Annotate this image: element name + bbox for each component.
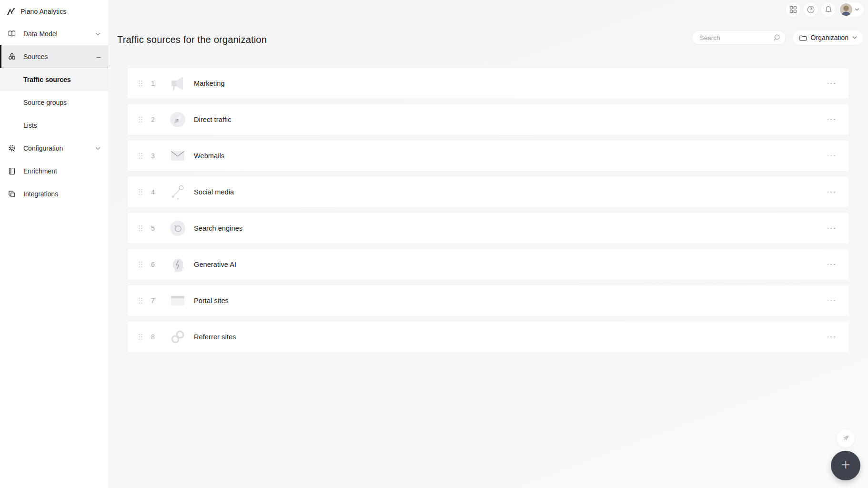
brand-name: Piano Analytics — [20, 8, 66, 15]
search-input[interactable] — [700, 34, 773, 41]
ai-head-icon — [168, 255, 187, 274]
sidebar-item-label: Data Model — [23, 30, 58, 38]
row-menu-button[interactable] — [827, 152, 836, 160]
header-controls: Organization — [692, 30, 863, 45]
scope-label: Organization — [811, 34, 848, 41]
add-button[interactable]: + — [831, 451, 860, 480]
sidebar-subitem-label: Source groups — [23, 99, 67, 106]
piano-analytics-logo-icon — [6, 6, 16, 17]
row-menu-button[interactable] — [827, 297, 836, 305]
help-icon — [807, 5, 815, 14]
drag-handle-icon[interactable] — [138, 224, 143, 232]
row-index: 4 — [149, 188, 157, 196]
drag-handle-icon[interactable] — [138, 333, 143, 341]
row-index: 1 — [149, 80, 157, 87]
table-row[interactable]: 5 Search engines — [128, 213, 848, 244]
rocket-button[interactable] — [837, 429, 855, 447]
source-label: Portal sites — [194, 297, 229, 305]
compass-icon — [168, 110, 187, 129]
chevron-down-icon — [95, 32, 101, 36]
drag-handle-icon[interactable] — [138, 152, 143, 160]
folder-icon — [799, 34, 807, 41]
sidebar-item-lists[interactable]: Lists — [0, 114, 108, 137]
sidebar-item-label: Sources — [23, 53, 48, 61]
table-row[interactable]: 8 Referrer sites — [128, 322, 848, 352]
share-nodes-icon — [168, 183, 187, 202]
scope-selector[interactable]: Organization — [793, 30, 863, 45]
drag-handle-icon[interactable] — [138, 80, 143, 87]
source-label: Marketing — [194, 80, 225, 87]
row-menu-button[interactable] — [827, 80, 836, 87]
row-menu-button[interactable] — [827, 225, 836, 232]
chevron-down-icon — [852, 36, 857, 39]
collapse-minus-icon[interactable]: – — [97, 52, 101, 61]
row-index: 5 — [149, 224, 157, 232]
browser-window-icon — [168, 291, 187, 310]
sidebar-item-sources[interactable]: Sources – — [0, 45, 108, 68]
bell-icon — [824, 5, 833, 14]
search-icon[interactable] — [773, 34, 780, 41]
overlap-squares-icon — [7, 190, 16, 199]
table-row[interactable]: 7 Portal sites — [128, 285, 848, 316]
drag-handle-icon[interactable] — [138, 261, 143, 268]
link-icon — [168, 327, 187, 346]
row-menu-button[interactable] — [827, 189, 836, 196]
topbar — [786, 2, 864, 17]
apps-grid-button[interactable] — [786, 2, 800, 17]
table-row[interactable]: 2 Direct traffic — [128, 104, 848, 135]
sidebar-subitem-label: Lists — [23, 122, 37, 129]
magnifier-icon — [168, 219, 187, 238]
source-label: Direct traffic — [194, 116, 231, 123]
row-menu-button[interactable] — [827, 116, 836, 123]
table-row[interactable]: 4 Social media — [128, 177, 848, 207]
app-root: Piano Analytics Data Model Sources – — [0, 0, 868, 488]
user-menu[interactable] — [839, 2, 864, 17]
sidebar-item-source-groups[interactable]: Source groups — [0, 91, 108, 114]
search-bar[interactable] — [692, 30, 786, 45]
row-menu-button[interactable] — [827, 261, 836, 268]
drag-handle-icon[interactable] — [138, 297, 143, 305]
source-label: Generative AI — [194, 261, 236, 268]
sidebar-item-label: Integrations — [23, 190, 58, 198]
sidebar-item-data-model[interactable]: Data Model — [0, 22, 108, 45]
apps-grid-icon — [789, 6, 797, 13]
rocket-icon — [840, 433, 851, 444]
megaphone-icon — [168, 74, 187, 93]
sidebar-item-integrations[interactable]: Integrations — [0, 183, 108, 205]
page-title: Traffic sources for the organization — [117, 34, 267, 45]
cluster-icon — [7, 52, 16, 61]
help-button[interactable] — [804, 2, 818, 17]
avatar — [840, 3, 852, 16]
book-icon — [7, 30, 16, 39]
source-label: Webmails — [194, 152, 224, 160]
row-index: 8 — [149, 333, 157, 341]
row-index: 6 — [149, 261, 157, 268]
brand[interactable]: Piano Analytics — [0, 0, 108, 22]
chevron-down-icon — [855, 8, 859, 11]
sidebar-subitem-label: Traffic sources — [23, 76, 71, 83]
drag-handle-icon[interactable] — [138, 116, 143, 123]
source-label: Search engines — [194, 224, 242, 232]
row-index: 2 — [149, 116, 157, 123]
row-index: 3 — [149, 152, 157, 160]
sidebar-item-configuration[interactable]: Configuration — [0, 137, 108, 160]
row-menu-button[interactable] — [827, 334, 836, 341]
gear-icon — [7, 144, 16, 153]
notifications-button[interactable] — [821, 2, 836, 17]
traffic-sources-list: 1 Marketing 2 — [128, 68, 848, 358]
notebook-icon — [7, 167, 16, 176]
source-label: Social media — [194, 188, 234, 196]
sidebar-item-label: Enrichment — [23, 167, 57, 175]
table-row[interactable]: 1 Marketing — [128, 68, 848, 99]
sidebar: Piano Analytics Data Model Sources – — [0, 0, 108, 488]
table-row[interactable]: 6 Generative AI — [128, 249, 848, 280]
sidebar-item-enrichment[interactable]: Enrichment — [0, 160, 108, 183]
plus-icon: + — [841, 457, 850, 472]
row-index: 7 — [149, 297, 157, 305]
table-row[interactable]: 3 Webmails — [128, 141, 848, 171]
drag-handle-icon[interactable] — [138, 188, 143, 196]
chevron-down-icon — [95, 147, 101, 150]
source-label: Referrer sites — [194, 333, 236, 341]
sidebar-item-traffic-sources[interactable]: Traffic sources — [0, 68, 108, 91]
sidebar-item-label: Configuration — [23, 144, 63, 152]
